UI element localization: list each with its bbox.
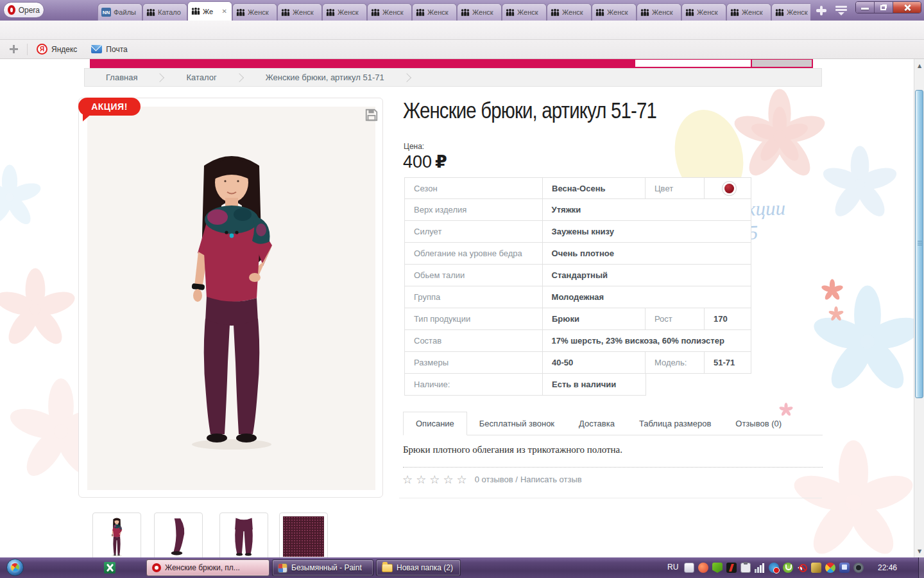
- tab-label: Женск: [517, 8, 543, 16]
- browser-tab[interactable]: Женск: [502, 3, 547, 21]
- people-favicon-icon: [551, 8, 560, 17]
- browser-tab[interactable]: Женск: [592, 3, 637, 21]
- mobile-app-icon[interactable]: [839, 563, 850, 573]
- taskbar-clock[interactable]: 22:46: [878, 563, 897, 572]
- close-button[interactable]: [893, 2, 921, 13]
- utorrent-icon[interactable]: [783, 563, 793, 573]
- bookmark-mail[interactable]: Почта: [91, 45, 127, 54]
- browser-tab[interactable]: Женск: [367, 3, 412, 21]
- thumbnail-fabric[interactable]: [279, 512, 328, 557]
- tab-label: Женск: [697, 8, 723, 16]
- restore-button[interactable]: [875, 2, 893, 13]
- browser-tab[interactable]: Женск: [681, 3, 726, 21]
- scrollbar-thumb[interactable]: [915, 90, 923, 398]
- section-divider: [399, 498, 822, 498]
- save-image-icon[interactable]: [364, 108, 379, 122]
- scroll-down-icon[interactable]: ▼: [914, 546, 924, 556]
- people-favicon-icon: [236, 8, 245, 17]
- thumbnail-legs-side[interactable]: [154, 512, 203, 557]
- people-favicon-icon: [371, 8, 380, 17]
- ccleaner-icon[interactable]: [698, 563, 708, 573]
- tray-app-icon[interactable]: [811, 563, 821, 573]
- language-indicator[interactable]: RU: [667, 563, 678, 572]
- thumbnail-model[interactable]: [92, 512, 141, 557]
- adguard-shield-icon[interactable]: [712, 563, 723, 573]
- browser-tab-active[interactable]: Же ✕: [187, 1, 232, 21]
- desktop-screen: Opera NN Файлы Катало Же ✕ Женск Женск Ж…: [0, 0, 924, 578]
- notification-icon[interactable]: [769, 563, 779, 573]
- thumbnail-image: [96, 516, 137, 557]
- tab-reviews[interactable]: Отзывов (0): [723, 412, 794, 435]
- webcam-icon[interactable]: [853, 563, 864, 573]
- star-icon[interactable]: ☆: [416, 473, 426, 486]
- product-image-panel[interactable]: [78, 98, 383, 498]
- product-photo[interactable]: [87, 107, 375, 490]
- browser-tab[interactable]: Женск: [547, 3, 592, 21]
- browser-tab[interactable]: Женск: [457, 3, 502, 21]
- taskbar-button-opera[interactable]: Женские брюки, пл...: [146, 559, 270, 576]
- tab-label: Же: [203, 8, 218, 15]
- product-title: Женские брюки, артикул 51-71: [403, 98, 656, 123]
- opera-menu-button[interactable]: Opera: [3, 2, 44, 18]
- add-bookmark-icon[interactable]: [10, 45, 18, 53]
- bookmarks-bar: Я Яндекс Почта: [0, 40, 924, 59]
- browser-tab-files[interactable]: NN Файлы: [98, 3, 142, 21]
- browser-tab[interactable]: Женск: [232, 3, 277, 21]
- breadcrumb-catalog[interactable]: Каталог: [186, 73, 216, 82]
- write-review-link[interactable]: Написать отзыв: [520, 475, 582, 484]
- browser-tab[interactable]: Женск: [771, 3, 810, 21]
- tab-menu-button[interactable]: [835, 6, 848, 15]
- scroll-up-icon[interactable]: ▲: [914, 60, 924, 71]
- kaspersky-icon[interactable]: [726, 563, 737, 573]
- excel-pinned-icon[interactable]: [104, 562, 116, 574]
- clipboard-icon[interactable]: [740, 563, 751, 573]
- restore-icon: [880, 5, 886, 10]
- show-desktop-button[interactable]: [918, 557, 924, 578]
- browser-tab[interactable]: Женск: [322, 3, 367, 21]
- volume-muted-icon[interactable]: [797, 563, 807, 573]
- browser-tab[interactable]: Женск: [726, 3, 771, 21]
- site-search-button[interactable]: [752, 60, 812, 67]
- new-tab-button[interactable]: [815, 5, 828, 16]
- taskbar-button-label: Женские брюки, пл...: [165, 563, 240, 572]
- spec-row: Группа Молодежная: [404, 286, 751, 308]
- star-icon[interactable]: ☆: [429, 473, 440, 486]
- tab-size-chart[interactable]: Таблица размеров: [627, 412, 723, 435]
- tab-label: Женск: [472, 8, 498, 16]
- browser-toolbar: ← → ↻ palla.su/katalog/zhenskie-bryuki-a…: [0, 21, 924, 40]
- tab-delivery[interactable]: Доставка: [567, 412, 627, 435]
- site-search-input[interactable]: [635, 60, 751, 67]
- people-favicon-icon: [281, 8, 290, 17]
- tab-free-call[interactable]: Бесплатный звонок: [467, 412, 567, 435]
- star-icon[interactable]: ☆: [457, 473, 467, 486]
- people-favicon-icon: [595, 8, 604, 17]
- close-icon: [903, 4, 911, 12]
- page-scrollbar[interactable]: ▲ ▼: [914, 59, 924, 557]
- star-icon[interactable]: ☆: [402, 473, 413, 486]
- bookmark-yandex[interactable]: Я Яндекс: [37, 44, 77, 55]
- windows-logo-icon: [10, 563, 20, 572]
- start-button[interactable]: [6, 559, 24, 576]
- browser-tab[interactable]: Женск: [277, 3, 322, 21]
- action-center-icon[interactable]: [825, 563, 835, 573]
- minimize-button[interactable]: [856, 2, 875, 13]
- price-value: 400₽: [403, 152, 447, 172]
- show-hidden-icons[interactable]: [684, 563, 694, 573]
- yandex-icon: Я: [37, 44, 47, 55]
- star-icon[interactable]: ☆: [443, 473, 453, 486]
- tab-description[interactable]: Описание: [403, 412, 467, 435]
- tab-close-icon[interactable]: ✕: [221, 8, 228, 15]
- browser-tab[interactable]: Женск: [412, 3, 457, 21]
- people-favicon-icon: [326, 8, 335, 17]
- thumbnail-legs-back[interactable]: [219, 512, 268, 557]
- breadcrumb-home[interactable]: Главная: [106, 73, 137, 82]
- tab-label: Женск: [338, 8, 363, 16]
- browser-tab[interactable]: Женск: [637, 3, 681, 21]
- taskbar-button-folder[interactable]: Новая папка (2): [376, 559, 461, 576]
- fabric-swatch: [283, 516, 324, 557]
- network-signal-icon[interactable]: [755, 563, 765, 573]
- browser-tab-catalog[interactable]: Катало: [142, 3, 187, 21]
- minimize-icon: [861, 8, 869, 10]
- opera-logo-icon: [8, 5, 15, 15]
- taskbar-button-paint[interactable]: Безымянный - Paint: [272, 559, 373, 576]
